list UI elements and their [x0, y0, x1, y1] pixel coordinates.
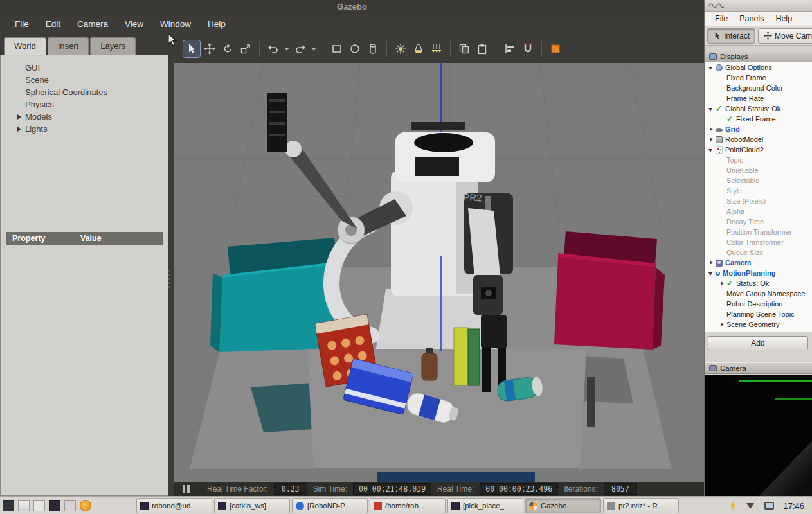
taskbar-window-button[interactable]: [catkin_ws]	[214, 498, 290, 513]
camera-view[interactable]	[705, 375, 812, 496]
sphere-shape-icon[interactable]	[347, 40, 363, 57]
rotate-tool-icon[interactable]	[219, 40, 236, 57]
display-tree-item[interactable]: MotionPlanning	[705, 268, 812, 278]
display-tree-item[interactable]: Grid	[705, 124, 812, 134]
expander-icon[interactable]	[708, 106, 714, 112]
select-tool-icon[interactable]	[183, 40, 200, 57]
panel-tab[interactable]: Layers	[90, 37, 136, 55]
display-tree-item[interactable]: Decay Time	[705, 217, 812, 227]
clock[interactable]: 17:46	[783, 501, 804, 511]
display-tree-item[interactable]: PointCloud2	[705, 145, 812, 155]
world-tree-item[interactable]: Scene	[1, 74, 168, 86]
expander-icon[interactable]	[708, 147, 714, 153]
display-tree-item[interactable]: Color Transformer	[705, 237, 812, 247]
display-tree-item[interactable]: Global Status: Ok	[705, 103, 812, 114]
display-tree-item[interactable]: Unreliable	[705, 165, 812, 175]
display-tree-item[interactable]: Fixed Frame	[705, 73, 812, 83]
taskbar-window-button[interactable]: /home/rob...	[370, 498, 446, 513]
display-tree-item[interactable]: Frame Rate	[705, 93, 812, 103]
taskbar-window-button[interactable]: [RoboND-P...	[292, 498, 368, 513]
paste-icon[interactable]	[474, 40, 491, 57]
rviz-titlebar[interactable]	[705, 0, 812, 12]
display-tree-item[interactable]: Background Color	[705, 83, 812, 93]
display-tree-item[interactable]: Fixed Frame	[705, 114, 812, 124]
menu-item[interactable]: Camera	[69, 14, 116, 35]
spot-light-icon[interactable]	[410, 40, 427, 57]
display-tree-item[interactable]: Alpha	[705, 206, 812, 217]
expander-icon[interactable]	[708, 127, 714, 132]
view-angle-icon[interactable]	[547, 40, 564, 57]
taskbar-window-button[interactable]: pr2.rviz* - R...	[603, 498, 679, 513]
menu-item[interactable]: Help	[770, 14, 797, 23]
expand-arrow-icon[interactable]	[17, 127, 21, 132]
panel-tab[interactable]: Insert	[48, 37, 89, 55]
display-tree-item[interactable]: Status: Ok	[705, 278, 812, 288]
panel-tab[interactable]: World	[4, 37, 46, 55]
display-tree-item[interactable]: Global Options	[705, 62, 812, 73]
value-column-header[interactable]: Value	[80, 234, 102, 243]
file-manager-icon[interactable]	[33, 500, 45, 511]
display-tree-item[interactable]: Style	[705, 186, 812, 196]
align-icon[interactable]	[501, 40, 518, 57]
expander-icon[interactable]	[719, 322, 725, 328]
expander-icon[interactable]	[708, 65, 714, 71]
taskbar-window-button[interactable]: [pick_place_...	[447, 498, 523, 513]
expander-icon[interactable]	[719, 281, 725, 287]
cylinder-shape-icon[interactable]	[365, 40, 381, 57]
panel-resize-handle[interactable]	[168, 270, 170, 288]
world-tree-item[interactable]: Lights	[1, 123, 168, 135]
menu-item[interactable]: View	[116, 14, 152, 35]
point-light-icon[interactable]	[392, 40, 409, 57]
pause-button[interactable]	[183, 485, 190, 493]
undo-icon[interactable]	[265, 40, 282, 57]
menu-item[interactable]: File	[6, 14, 37, 35]
power-icon[interactable]	[729, 501, 736, 511]
menu-item[interactable]: Window	[152, 14, 199, 35]
menu-item[interactable]: Panels	[734, 14, 769, 23]
camera-panel-header[interactable]: Camera	[705, 362, 812, 374]
show-desktop-icon[interactable]	[3, 500, 14, 511]
text-editor-icon[interactable]	[64, 500, 76, 511]
world-tree-item[interactable]: Spherical Coordinates	[1, 86, 168, 98]
undo-history-dropdown-icon[interactable]	[284, 48, 289, 51]
menu-item[interactable]: File	[710, 14, 733, 23]
snap-icon[interactable]	[519, 40, 536, 57]
expander-icon[interactable]	[708, 270, 714, 276]
world-tree-item[interactable]: Models	[1, 111, 168, 123]
expand-arrow-icon[interactable]	[17, 114, 21, 120]
display-tree-item[interactable]: Planning Scene Topic	[705, 309, 812, 319]
display-tree-item[interactable]: Queue Size	[705, 247, 812, 258]
interact-tool-button[interactable]: Interact	[707, 28, 755, 44]
expander-icon[interactable]	[708, 137, 714, 143]
menu-item[interactable]: Help	[199, 14, 234, 35]
taskbar-window-button[interactable]: robond@ud...	[136, 498, 212, 513]
expander-icon[interactable]	[708, 260, 714, 266]
object-green-box[interactable]	[454, 328, 480, 386]
gazebo-titlebar[interactable]: Gazebo	[0, 0, 704, 14]
display-tree-item[interactable]: Size (Pixels)	[705, 196, 812, 206]
display-icon[interactable]	[764, 502, 774, 510]
display-tree-item[interactable]: Topic	[705, 155, 812, 165]
display-tree-item[interactable]: Camera	[705, 258, 812, 268]
move-camera-tool-button[interactable]: Move Camera	[758, 28, 812, 44]
window-list-icon[interactable]	[18, 500, 30, 511]
display-tree-item[interactable]: Scene Geometry	[705, 319, 812, 330]
right-dropbox-red[interactable]	[554, 231, 665, 350]
copy-icon[interactable]	[456, 40, 473, 57]
displays-panel-header[interactable]: Displays	[705, 51, 812, 62]
display-tree-item[interactable]: Position Transformer	[705, 227, 812, 237]
gazebo-3d-viewport[interactable]: PR2	[174, 63, 704, 482]
terminal-launcher-icon[interactable]	[49, 500, 60, 511]
taskbar-window-button[interactable]: Gazebo	[525, 498, 601, 513]
display-tree-item[interactable]: Move Group Namespace	[705, 288, 812, 299]
redo-history-dropdown-icon[interactable]	[311, 48, 316, 51]
display-tree-item[interactable]: Selectable	[705, 175, 812, 186]
world-tree-item[interactable]: Physics	[1, 98, 168, 111]
translate-tool-icon[interactable]	[201, 40, 218, 57]
add-display-button[interactable]: Add	[708, 336, 808, 350]
gazebo-launcher-icon[interactable]	[80, 500, 91, 511]
property-column-header[interactable]: Property	[6, 234, 80, 243]
redo-icon[interactable]	[292, 40, 309, 57]
box-shape-icon[interactable]	[329, 40, 345, 57]
updates-icon[interactable]	[746, 503, 754, 509]
